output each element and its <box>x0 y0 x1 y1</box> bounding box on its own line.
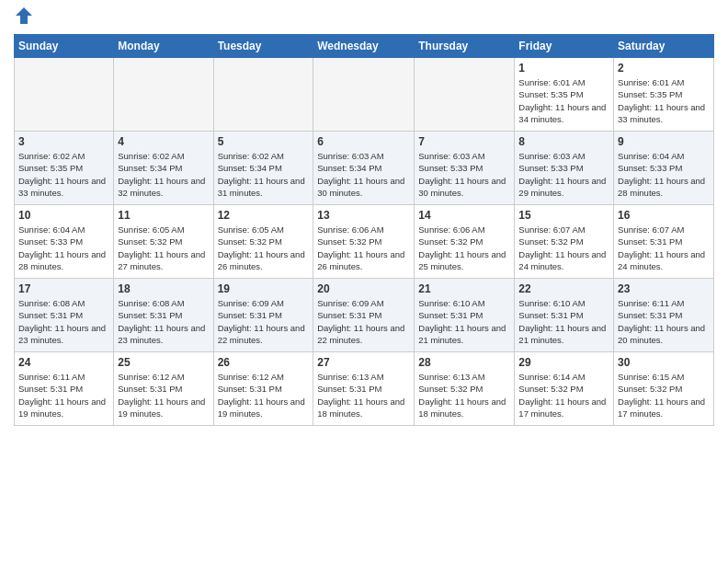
day-number: 26 <box>218 356 310 369</box>
day-info: Sunrise: 6:02 AM Sunset: 5:35 PM Dayligh… <box>18 150 109 199</box>
day-number: 6 <box>317 135 410 148</box>
calendar-week-row: 17Sunrise: 6:08 AM Sunset: 5:31 PM Dayli… <box>15 279 714 352</box>
day-info: Sunrise: 6:09 AM Sunset: 5:31 PM Dayligh… <box>317 297 410 346</box>
day-info: Sunrise: 6:07 AM Sunset: 5:32 PM Dayligh… <box>518 224 609 272</box>
calendar-day-cell: 23Sunrise: 6:11 AM Sunset: 5:31 PM Dayli… <box>614 279 714 352</box>
calendar-day-cell <box>114 58 213 132</box>
calendar-day-cell: 21Sunrise: 6:10 AM Sunset: 5:31 PM Dayli… <box>415 279 515 352</box>
calendar-day-cell: 25Sunrise: 6:12 AM Sunset: 5:31 PM Dayli… <box>114 352 213 426</box>
day-info: Sunrise: 6:05 AM Sunset: 5:32 PM Dayligh… <box>118 224 209 272</box>
weekday-header-cell: Wednesday <box>313 35 415 58</box>
day-number: 19 <box>218 282 310 295</box>
day-info: Sunrise: 6:05 AM Sunset: 5:32 PM Dayligh… <box>218 224 310 272</box>
day-number: 28 <box>418 356 510 369</box>
calendar-week-row: 3Sunrise: 6:02 AM Sunset: 5:35 PM Daylig… <box>15 132 714 205</box>
day-info: Sunrise: 6:03 AM Sunset: 5:33 PM Dayligh… <box>518 150 609 199</box>
calendar-day-cell: 17Sunrise: 6:08 AM Sunset: 5:31 PM Dayli… <box>15 279 114 352</box>
day-info: Sunrise: 6:09 AM Sunset: 5:31 PM Dayligh… <box>218 297 310 346</box>
day-info: Sunrise: 6:13 AM Sunset: 5:31 PM Dayligh… <box>317 371 410 419</box>
day-info: Sunrise: 6:11 AM Sunset: 5:31 PM Dayligh… <box>18 371 109 419</box>
day-info: Sunrise: 6:07 AM Sunset: 5:31 PM Dayligh… <box>618 224 710 272</box>
calendar-day-cell: 6Sunrise: 6:03 AM Sunset: 5:34 PM Daylig… <box>313 132 415 205</box>
day-info: Sunrise: 6:10 AM Sunset: 5:31 PM Dayligh… <box>418 297 510 346</box>
logo-icon <box>14 6 34 26</box>
calendar-day-cell: 18Sunrise: 6:08 AM Sunset: 5:31 PM Dayli… <box>114 279 213 352</box>
calendar-day-cell <box>15 58 114 132</box>
day-number: 1 <box>518 62 609 75</box>
day-info: Sunrise: 6:10 AM Sunset: 5:31 PM Dayligh… <box>518 297 609 346</box>
calendar-day-cell: 4Sunrise: 6:02 AM Sunset: 5:34 PM Daylig… <box>114 132 213 205</box>
day-number: 16 <box>618 209 710 222</box>
day-info: Sunrise: 6:01 AM Sunset: 5:35 PM Dayligh… <box>518 76 609 125</box>
calendar-day-cell: 24Sunrise: 6:11 AM Sunset: 5:31 PM Dayli… <box>15 352 114 426</box>
calendar-day-cell: 10Sunrise: 6:04 AM Sunset: 5:33 PM Dayli… <box>15 205 114 279</box>
day-number: 15 <box>518 209 609 222</box>
day-info: Sunrise: 6:08 AM Sunset: 5:31 PM Dayligh… <box>118 297 209 346</box>
day-info: Sunrise: 6:12 AM Sunset: 5:31 PM Dayligh… <box>118 371 209 419</box>
calendar-day-cell: 7Sunrise: 6:03 AM Sunset: 5:33 PM Daylig… <box>415 132 515 205</box>
day-number: 14 <box>418 209 510 222</box>
day-number: 20 <box>317 282 410 295</box>
calendar-day-cell: 3Sunrise: 6:02 AM Sunset: 5:35 PM Daylig… <box>15 132 114 205</box>
day-number: 10 <box>18 209 109 222</box>
calendar-day-cell: 27Sunrise: 6:13 AM Sunset: 5:31 PM Dayli… <box>313 352 415 426</box>
calendar-day-cell: 11Sunrise: 6:05 AM Sunset: 5:32 PM Dayli… <box>114 205 213 279</box>
weekday-header-cell: Sunday <box>15 35 114 58</box>
day-info: Sunrise: 6:12 AM Sunset: 5:31 PM Dayligh… <box>218 371 310 419</box>
day-info: Sunrise: 6:04 AM Sunset: 5:33 PM Dayligh… <box>618 150 710 199</box>
day-number: 12 <box>218 209 310 222</box>
weekday-header-cell: Saturday <box>614 35 714 58</box>
calendar-day-cell: 14Sunrise: 6:06 AM Sunset: 5:32 PM Dayli… <box>415 205 515 279</box>
day-number: 7 <box>418 135 510 148</box>
day-info: Sunrise: 6:14 AM Sunset: 5:32 PM Dayligh… <box>518 371 609 419</box>
day-number: 17 <box>18 282 109 295</box>
day-info: Sunrise: 6:01 AM Sunset: 5:35 PM Dayligh… <box>618 76 710 125</box>
calendar-day-cell <box>313 58 415 132</box>
page-header <box>14 9 714 29</box>
day-number: 30 <box>618 356 710 369</box>
svg-marker-0 <box>16 7 32 24</box>
day-info: Sunrise: 6:15 AM Sunset: 5:32 PM Dayligh… <box>618 371 710 419</box>
calendar-day-cell: 15Sunrise: 6:07 AM Sunset: 5:32 PM Dayli… <box>515 205 614 279</box>
calendar-header-row: SundayMondayTuesdayWednesdayThursdayFrid… <box>15 35 714 58</box>
day-number: 5 <box>218 135 310 148</box>
day-info: Sunrise: 6:13 AM Sunset: 5:32 PM Dayligh… <box>418 371 510 419</box>
weekday-header-cell: Tuesday <box>213 35 313 58</box>
calendar-day-cell <box>415 58 515 132</box>
day-number: 9 <box>618 135 710 148</box>
day-number: 3 <box>18 135 109 148</box>
day-number: 4 <box>118 135 209 148</box>
day-info: Sunrise: 6:08 AM Sunset: 5:31 PM Dayligh… <box>18 297 109 346</box>
weekday-header-cell: Friday <box>515 35 614 58</box>
calendar-day-cell: 20Sunrise: 6:09 AM Sunset: 5:31 PM Dayli… <box>313 279 415 352</box>
day-info: Sunrise: 6:03 AM Sunset: 5:33 PM Dayligh… <box>418 150 510 199</box>
day-info: Sunrise: 6:11 AM Sunset: 5:31 PM Dayligh… <box>618 297 710 346</box>
calendar-day-cell: 8Sunrise: 6:03 AM Sunset: 5:33 PM Daylig… <box>515 132 614 205</box>
day-number: 25 <box>118 356 209 369</box>
calendar-day-cell: 28Sunrise: 6:13 AM Sunset: 5:32 PM Dayli… <box>415 352 515 426</box>
calendar-day-cell: 30Sunrise: 6:15 AM Sunset: 5:32 PM Dayli… <box>614 352 714 426</box>
day-number: 23 <box>618 282 710 295</box>
logo <box>14 9 34 29</box>
day-info: Sunrise: 6:04 AM Sunset: 5:33 PM Dayligh… <box>18 224 109 272</box>
calendar-day-cell: 2Sunrise: 6:01 AM Sunset: 5:35 PM Daylig… <box>614 58 714 132</box>
day-number: 29 <box>518 356 609 369</box>
weekday-header-cell: Monday <box>114 35 213 58</box>
day-number: 22 <box>518 282 609 295</box>
calendar-table: SundayMondayTuesdayWednesdayThursdayFrid… <box>14 34 714 426</box>
calendar-day-cell: 12Sunrise: 6:05 AM Sunset: 5:32 PM Dayli… <box>213 205 313 279</box>
day-number: 13 <box>317 209 410 222</box>
day-number: 24 <box>18 356 109 369</box>
day-number: 2 <box>618 62 710 75</box>
day-number: 11 <box>118 209 209 222</box>
day-info: Sunrise: 6:06 AM Sunset: 5:32 PM Dayligh… <box>418 224 510 272</box>
calendar-day-cell: 5Sunrise: 6:02 AM Sunset: 5:34 PM Daylig… <box>213 132 313 205</box>
weekday-header-cell: Thursday <box>415 35 515 58</box>
calendar-body: 1Sunrise: 6:01 AM Sunset: 5:35 PM Daylig… <box>15 58 714 426</box>
calendar-day-cell: 22Sunrise: 6:10 AM Sunset: 5:31 PM Dayli… <box>515 279 614 352</box>
calendar-week-row: 24Sunrise: 6:11 AM Sunset: 5:31 PM Dayli… <box>15 352 714 426</box>
calendar-day-cell: 1Sunrise: 6:01 AM Sunset: 5:35 PM Daylig… <box>515 58 614 132</box>
calendar-day-cell: 16Sunrise: 6:07 AM Sunset: 5:31 PM Dayli… <box>614 205 714 279</box>
day-number: 18 <box>118 282 209 295</box>
calendar-day-cell: 26Sunrise: 6:12 AM Sunset: 5:31 PM Dayli… <box>213 352 313 426</box>
